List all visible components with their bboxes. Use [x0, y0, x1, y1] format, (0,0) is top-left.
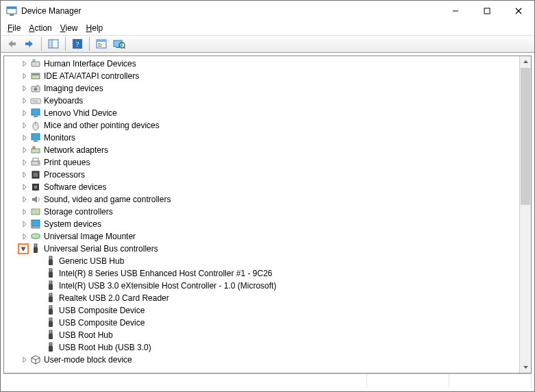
tree-label: Network adapters	[44, 145, 108, 155]
toolbar: ?	[1, 35, 534, 53]
svg-rect-73	[49, 318, 52, 321]
expander-icon[interactable]	[19, 194, 30, 205]
console-tree-button[interactable]	[45, 36, 62, 51]
maximize-button[interactable]	[471, 1, 503, 21]
tree-label: Generic USB Hub	[59, 256, 124, 266]
svg-rect-61	[49, 269, 52, 272]
scroll-up-arrow[interactable]	[520, 56, 531, 68]
usb-icon	[45, 268, 56, 279]
toolbar-sep	[41, 37, 42, 51]
expander-icon[interactable]	[19, 83, 30, 94]
expander-icon[interactable]	[19, 219, 30, 230]
scan-hardware-button[interactable]	[111, 36, 127, 51]
svg-rect-30	[31, 99, 40, 103]
tree-node[interactable]: IDE ATA/ATAPI controllers	[4, 70, 519, 82]
tree-node[interactable]: Sound, video and game controllers	[4, 193, 519, 206]
tree-node[interactable]: Lenovo Vhid Device	[4, 107, 519, 119]
tree-label: Intel(R) USB 3.0 eXtensible Host Control…	[59, 281, 276, 291]
tree-node[interactable]: Processors	[4, 169, 519, 181]
svg-rect-8	[25, 42, 29, 45]
menu-action[interactable]: Action	[26, 22, 54, 34]
nav-back-button[interactable]	[3, 36, 20, 51]
help-button[interactable]: ?	[69, 36, 86, 51]
expander-icon-highlighted[interactable]	[18, 243, 29, 254]
tree-node[interactable]: Universal Image Mounter	[4, 230, 519, 243]
vertical-scrollbar[interactable]	[519, 56, 531, 373]
tree-label: Lenovo Vhid Device	[44, 108, 117, 118]
tree-node[interactable]: Keyboards	[4, 95, 519, 107]
tree-child-node[interactable]: USB Composite Device	[4, 317, 519, 329]
tree-child-node[interactable]: Generic USB Hub	[4, 255, 519, 267]
tree-label: USB Root Hub	[59, 330, 113, 340]
nav-forward-button[interactable]	[21, 36, 38, 51]
menu-file[interactable]: File	[5, 22, 23, 34]
svg-rect-36	[34, 116, 38, 117]
scroll-thumb[interactable]	[521, 68, 530, 205]
keyboard-icon	[30, 95, 41, 106]
tree-child-node[interactable]: USB Root Hub (USB 3.0)	[4, 341, 519, 354]
tree-label: Keyboards	[44, 96, 83, 106]
svg-rect-7	[12, 42, 16, 45]
close-button[interactable]	[503, 1, 534, 21]
svg-rect-59	[49, 260, 53, 265]
svg-rect-32	[34, 100, 36, 101]
tree-node-usb[interactable]: Universal Serial Bus controllers	[4, 243, 519, 255]
tree-label: Mice and other pointing devices	[44, 121, 160, 130]
tree-node[interactable]: Imaging devices	[4, 82, 519, 95]
expander-icon[interactable]	[19, 182, 30, 193]
tree-node[interactable]: User-mode block device	[4, 354, 519, 366]
tree-node[interactable]: Human Interface Devices	[4, 58, 519, 70]
tree-child-node[interactable]: Intel(R) 8 Series USB Enhanced Host Cont…	[4, 267, 519, 280]
tree-child-node[interactable]: Intel(R) USB 3.0 eXtensible Host Control…	[4, 280, 519, 292]
svg-rect-42	[33, 147, 35, 149]
expander-icon[interactable]	[19, 145, 30, 156]
expander-icon[interactable]	[19, 169, 30, 180]
tree-child-node[interactable]: Realtek USB 2.0 Card Reader	[4, 292, 519, 304]
svg-rect-64	[49, 281, 52, 284]
block-icon	[30, 354, 41, 365]
sound-icon	[30, 194, 41, 205]
expander-icon[interactable]	[19, 71, 30, 82]
expander-icon[interactable]	[19, 108, 30, 119]
device-tree[interactable]: Human Interface Devices IDE ATA/ATAPI co…	[4, 56, 519, 373]
properties-button[interactable]	[93, 36, 110, 51]
scroll-down-arrow[interactable]	[520, 361, 531, 373]
svg-rect-33	[36, 100, 38, 101]
tree-label: Processors	[44, 170, 85, 180]
tree-node[interactable]: Mice and other pointing devices	[4, 119, 519, 132]
svg-rect-67	[49, 293, 52, 297]
camera-icon	[30, 83, 41, 94]
svg-rect-40	[34, 140, 38, 142]
tree-node[interactable]: Storage controllers	[4, 206, 519, 218]
menu-help[interactable]: Help	[84, 22, 106, 34]
svg-rect-49	[34, 186, 37, 188]
app-icon	[6, 5, 17, 16]
tree-label: USB Composite Device	[59, 306, 145, 315]
expander-icon[interactable]	[19, 58, 30, 69]
tree-node[interactable]: System devices	[4, 218, 519, 230]
minimize-button[interactable]	[440, 1, 471, 21]
tree-child-node[interactable]: USB Composite Device	[4, 304, 519, 317]
svg-rect-65	[49, 284, 53, 290]
storage-icon	[30, 206, 41, 217]
tree-node[interactable]: Network adapters	[4, 144, 519, 156]
tree-label: Monitors	[44, 133, 75, 143]
tree-label: Print queues	[44, 158, 90, 167]
expander-icon[interactable]	[19, 120, 30, 131]
expander-icon[interactable]	[19, 132, 30, 143]
tree-node[interactable]: Software devices	[4, 181, 519, 193]
expander-icon[interactable]	[19, 231, 30, 242]
expander-icon[interactable]	[19, 354, 30, 365]
svg-rect-19	[114, 40, 122, 47]
menu-view[interactable]: View	[58, 22, 81, 34]
expander-icon[interactable]	[19, 95, 30, 106]
tree-child-node[interactable]: USB Root Hub	[4, 329, 519, 341]
svg-rect-71	[49, 309, 53, 315]
tree-label: Sound, video and game controllers	[44, 195, 171, 204]
cpu-icon	[30, 169, 41, 180]
tree-node[interactable]: Print queues	[4, 156, 519, 169]
expander-icon[interactable]	[19, 157, 30, 168]
tree-node[interactable]: Monitors	[4, 132, 519, 144]
expander-icon[interactable]	[19, 206, 30, 217]
usb-icon	[45, 280, 56, 291]
